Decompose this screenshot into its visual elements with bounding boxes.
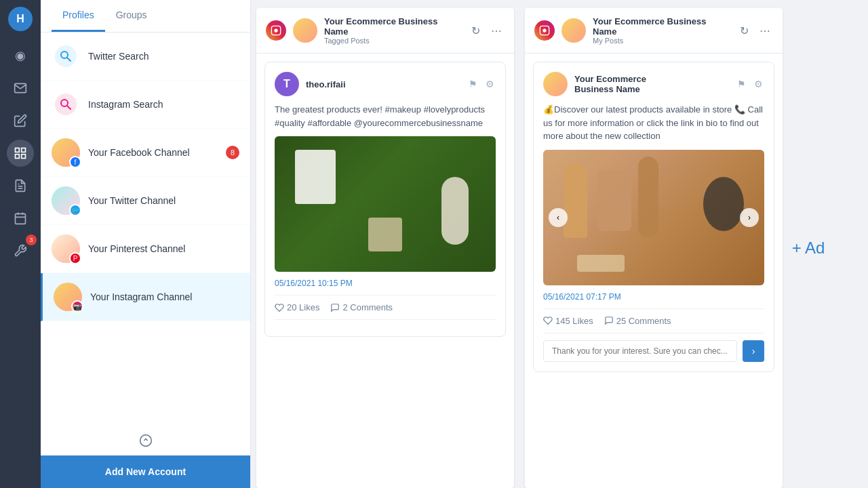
col2-refresh-btn[interactable]: ↻ xyxy=(737,22,751,40)
tab-profiles[interactable]: Profiles xyxy=(52,0,105,32)
col2-more-btn[interactable]: ⋯ xyxy=(757,22,773,40)
post-1-header: T theo.rifaii ⚑ ⚙ xyxy=(275,72,496,96)
add-column-button[interactable]: + Ad xyxy=(788,8,829,488)
post-1-image-bg xyxy=(275,136,496,272)
col1-refresh-btn[interactable]: ↻ xyxy=(469,22,483,40)
col2-avatar xyxy=(561,18,586,43)
column-tagged-posts: Your Ecommerce Business Name Tagged Post… xyxy=(256,8,514,488)
post-2-settings-btn[interactable]: ⚙ xyxy=(753,77,764,91)
svg-rect-6 xyxy=(16,214,26,224)
twitter-badge-icon: 🐦 xyxy=(69,204,81,216)
col2-platform-icon xyxy=(534,20,555,41)
post-1-comments-count: 2 Comments xyxy=(342,302,393,312)
col2-type: My Posts xyxy=(593,37,730,45)
post-2-image-bg xyxy=(543,150,764,285)
add-column-label: + Ad xyxy=(792,239,825,258)
post-2-avatar xyxy=(543,72,568,96)
column-my-posts: Your Ecommerce Business Name My Posts ↻ … xyxy=(525,8,783,488)
col1-actions: ↻ ⋯ xyxy=(469,22,505,40)
post-1-author: theo.rifaii xyxy=(306,79,460,89)
col2-account-name: Your Ecommerce Business Name xyxy=(593,16,730,37)
post-card-1: T theo.rifaii ⚑ ⚙ The greatest products … xyxy=(264,62,506,337)
col1-account-name: Your Ecommerce Business Name xyxy=(324,16,462,37)
post-2-stats: 145 Likes 25 Comments xyxy=(543,308,764,333)
sidebar-item-instagram-channel[interactable]: 📷 Your Instagram Channel xyxy=(41,273,250,321)
nav-tools-wrapper: 3 xyxy=(7,237,34,264)
post-2-image: ‹ › xyxy=(543,150,764,285)
svg-rect-0 xyxy=(16,148,20,152)
tools-badge: 3 xyxy=(26,235,37,245)
post-2-actions: ⚑ ⚙ xyxy=(736,77,764,91)
twitter-channel-avatar: 🐦 xyxy=(52,186,80,215)
post-2-reply-send-btn[interactable]: › xyxy=(743,340,764,362)
post-1-settings-btn[interactable]: ⚙ xyxy=(484,77,496,91)
sidebar-item-facebook-channel[interactable]: f Your Facebook Channel 8 xyxy=(41,129,250,177)
sidebar-item-instagram-search[interactable]: Instagram Search xyxy=(41,81,250,129)
svg-rect-2 xyxy=(22,155,26,159)
post-1-likes-count: 20 Likes xyxy=(287,302,319,312)
col1-avatar xyxy=(293,18,317,43)
col1-more-btn[interactable]: ⋯ xyxy=(488,22,505,40)
twitter-search-icon-wrap xyxy=(52,42,80,70)
twitter-channel-label: Your Twitter Channel xyxy=(88,195,239,206)
sidebar-scroll-btn[interactable] xyxy=(41,426,250,455)
post-1-likes: 20 Likes xyxy=(275,302,319,312)
sidebar-item-twitter-channel[interactable]: 🐦 Your Twitter Channel xyxy=(41,177,250,225)
nav-streams[interactable] xyxy=(7,140,34,167)
sidebar-list: Twitter Search Instagram Search xyxy=(41,33,250,426)
post-2-likes: 145 Likes xyxy=(543,316,593,326)
post-1-avatar: T xyxy=(275,72,299,96)
post-2-comments: 25 Comments xyxy=(604,316,671,326)
nav-inbox[interactable] xyxy=(7,75,34,102)
post-2-timestamp: 05/16/2021 07:17 PM xyxy=(543,292,764,302)
post-1-actions: ⚑ ⚙ xyxy=(467,77,496,91)
svg-point-10 xyxy=(55,45,77,67)
post-2-author: Your EcommerceBusiness Name xyxy=(574,74,729,94)
sidebar-item-pinterest-channel[interactable]: P Your Pinterest Channel xyxy=(41,225,250,273)
twitter-search-label: Twitter Search xyxy=(88,51,239,62)
facebook-channel-avatar: f xyxy=(52,138,80,167)
image-nav-left[interactable]: ‹ xyxy=(549,208,568,227)
pinterest-channel-label: Your Pinterest Channel xyxy=(88,243,239,254)
sidebar: Profiles Groups Twitter Search xyxy=(41,0,251,488)
sidebar-item-twitter-search[interactable]: Twitter Search xyxy=(41,33,250,81)
instagram-search-icon-wrap xyxy=(52,90,80,119)
nav-reports[interactable] xyxy=(7,172,34,199)
col1-type: Tagged Posts xyxy=(324,37,462,45)
facebook-unread-badge: 8 xyxy=(226,146,239,159)
post-1-stats: 20 Likes 2 Comments xyxy=(275,295,496,320)
col2-info: Your Ecommerce Business Name My Posts xyxy=(593,16,730,45)
instagram-channel-label: Your Instagram Channel xyxy=(90,291,239,302)
instagram-badge-icon: 📷 xyxy=(71,300,83,312)
add-account-button[interactable]: Add New Account xyxy=(41,455,250,488)
post-1-image xyxy=(275,136,496,272)
svg-point-16 xyxy=(140,435,151,447)
nav-dashboard[interactable]: ◉ xyxy=(7,42,34,69)
col2-actions: ↻ ⋯ xyxy=(737,22,773,40)
post-2-text: 💰Discover our latest products available … xyxy=(543,103,764,143)
main-wrapper: Profiles Groups Twitter Search xyxy=(41,0,868,488)
post-2-reply-wrap: › xyxy=(543,340,764,362)
post-1-flag-btn[interactable]: ⚑ xyxy=(467,77,479,91)
instagram-channel-avatar: 📷 xyxy=(54,283,82,311)
post-2-header: Your EcommerceBusiness Name ⚑ ⚙ xyxy=(543,72,764,96)
tab-groups[interactable]: Groups xyxy=(105,0,158,32)
post-2-reply-input[interactable] xyxy=(543,340,737,362)
post-2-likes-count: 145 Likes xyxy=(555,316,593,326)
post-1-text: The greatest products ever! #makeup #lov… xyxy=(275,103,496,129)
nav-schedule[interactable] xyxy=(7,205,34,232)
facebook-channel-label: Your Facebook Channel xyxy=(88,147,218,158)
content-area: Your Ecommerce Business Name Tagged Post… xyxy=(251,0,868,488)
facebook-badge-icon: f xyxy=(69,156,81,168)
sidebar-tabs: Profiles Groups xyxy=(41,0,250,33)
svg-point-13 xyxy=(55,94,77,115)
svg-rect-3 xyxy=(16,155,20,159)
col1-info: Your Ecommerce Business Name Tagged Post… xyxy=(324,16,462,45)
column-2-body: Your EcommerceBusiness Name ⚑ ⚙ 💰Discove… xyxy=(525,54,783,488)
nav-compose[interactable] xyxy=(7,107,34,134)
image-nav-right[interactable]: › xyxy=(740,208,759,227)
pinterest-channel-avatar: P xyxy=(52,235,80,263)
nav-bar: H ◉ 3 xyxy=(0,0,41,488)
post-2-flag-btn[interactable]: ⚑ xyxy=(736,77,747,91)
app-logo[interactable]: H xyxy=(8,7,33,31)
